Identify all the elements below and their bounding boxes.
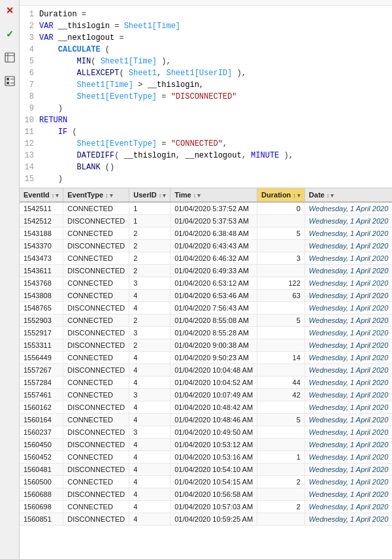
- table-row[interactable]: 1560851DISCONNECTED401/04/2020 10:59:25 …: [20, 513, 392, 526]
- cell-date: Wednesday, 1 April 2020: [304, 314, 392, 327]
- data-table-container[interactable]: EventId↕▾EventType↕▾UserID↕▾Time↕▾Durati…: [20, 188, 392, 559]
- cell-eventid: 1552917: [20, 327, 63, 339]
- sort-icon[interactable]: ↕: [193, 192, 197, 199]
- cell-time: 01/04/2020 10:57:03 AM: [171, 501, 257, 513]
- column-header-eventType[interactable]: EventType↕▾: [63, 188, 129, 202]
- cell-date: Wednesday, 1 April 2020: [304, 327, 392, 339]
- cell-userid: 4: [129, 352, 171, 364]
- sort-icon[interactable]: ↕: [105, 192, 108, 199]
- filter-icon[interactable]: ▾: [110, 192, 113, 199]
- column-header-eventId[interactable]: EventId↕▾: [20, 188, 63, 202]
- table-row[interactable]: 1560450DISCONNECTED401/04/2020 10:53:12 …: [20, 439, 392, 451]
- code-line: 13 DATEDIFF( __thislogin, __nextlogout, …: [20, 150, 392, 161]
- col-token: Sheet1[Time]: [124, 22, 180, 31]
- sort-icon[interactable]: ↕: [159, 192, 162, 199]
- table-row[interactable]: 1560164CONNECTED401/04/2020 10:48:46 AM5…: [20, 414, 392, 426]
- cell-date: Wednesday, 1 April 2020: [304, 364, 392, 377]
- cell-duration: [257, 513, 305, 526]
- cell-duration: 122: [257, 277, 305, 290]
- filter-icon[interactable]: ▾: [197, 192, 201, 199]
- filter-icon[interactable]: ▾: [331, 192, 334, 199]
- table-row[interactable]: 1543808CONNECTED401/04/2020 6:53:46 AM63…: [20, 290, 392, 302]
- table-row[interactable]: 1560162DISCONNECTED401/04/2020 10:48:42 …: [20, 401, 392, 414]
- line-content: Sheet1[Time] > __thislogin,: [39, 79, 392, 91]
- cell-duration: 42: [257, 389, 305, 401]
- table-icon[interactable]: [3, 51, 16, 64]
- table-row[interactable]: 1552917DISCONNECTED301/04/2020 8:55:28 A…: [20, 327, 392, 339]
- cell-eventtype: DISCONNECTED: [63, 265, 129, 277]
- sort-icon[interactable]: ↕: [327, 192, 330, 199]
- code-editor[interactable]: 1Duration =2VAR __thislogin = Sheet1[Tim…: [20, 6, 392, 188]
- col-token: Sheet1: [129, 69, 157, 78]
- table-row[interactable]: 1543768CONNECTED301/04/2020 6:53:12 AM12…: [20, 277, 392, 290]
- table-row[interactable]: 1548765DISCONNECTED401/04/2020 7:56:43 A…: [20, 302, 392, 314]
- table-row[interactable]: 1560481DISCONNECTED401/04/2020 10:54:10 …: [20, 464, 392, 476]
- cell-eventtype: CONNECTED: [63, 501, 129, 513]
- table-row[interactable]: 1543611DISCONNECTED201/04/2020 6:49:33 A…: [20, 265, 392, 277]
- filter-icon[interactable]: ▾: [297, 192, 301, 199]
- column-header-userId[interactable]: UserID↕▾: [129, 188, 171, 202]
- column-header-date[interactable]: Date↕▾: [304, 188, 392, 202]
- table-row[interactable]: 1560500CONNECTED401/04/2020 10:54:15 AM2…: [20, 476, 392, 488]
- cell-time: 01/04/2020 5:37:52 AM: [171, 202, 257, 215]
- cell-eventid: 1553311: [20, 339, 63, 352]
- table-row[interactable]: 1552903CONNECTED201/04/2020 8:55:08 AM5W…: [20, 314, 392, 327]
- table-row[interactable]: 1560688DISCONNECTED401/04/2020 10:56:58 …: [20, 488, 392, 501]
- table-row[interactable]: 1542511CONNECTED101/04/2020 5:37:52 AM0W…: [20, 202, 392, 215]
- code-line: 2VAR __thislogin = Sheet1[Time]: [20, 20, 392, 32]
- table-row[interactable]: 1557284CONNECTED401/04/2020 10:04:52 AM4…: [20, 377, 392, 389]
- cell-eventid: 1560851: [20, 513, 63, 526]
- table-row[interactable]: 1543370DISCONNECTED201/04/2020 6:43:43 A…: [20, 240, 392, 252]
- cell-date: Wednesday, 1 April 2020: [304, 389, 392, 401]
- cell-eventtype: CONNECTED: [63, 476, 129, 488]
- punc-token: [39, 163, 77, 172]
- table-row[interactable]: 1556449CONNECTED401/04/2020 9:50:23 AM14…: [20, 352, 392, 364]
- cell-eventtype: DISCONNECTED: [63, 215, 129, 228]
- line-content: RETURN: [39, 114, 392, 126]
- table-row[interactable]: 1557267DISCONNECTED401/04/2020 10:04:48 …: [20, 364, 392, 377]
- cell-date: Wednesday, 1 April 2020: [304, 451, 392, 464]
- cell-eventid: 1560164: [20, 414, 63, 426]
- sort-icon[interactable]: ↕: [52, 192, 55, 199]
- cell-eventid: 1560162: [20, 401, 63, 414]
- cell-userid: 4: [129, 488, 171, 501]
- column-header-duration[interactable]: Duration↕▾: [257, 188, 305, 202]
- fn-token: DATEDIFF: [77, 151, 115, 160]
- filter-icon[interactable]: ▾: [163, 192, 166, 199]
- cell-userid: 4: [129, 451, 171, 464]
- cell-eventid: 1560481: [20, 464, 63, 476]
- punc-token: [39, 45, 58, 54]
- cell-date: Wednesday, 1 April 2020: [304, 339, 392, 352]
- cell-eventid: 1560237: [20, 426, 63, 439]
- cell-eventtype: DISCONNECTED: [63, 426, 129, 439]
- code-line: 15 ): [20, 173, 392, 185]
- cell-userid: 4: [129, 439, 171, 451]
- cell-duration: 63: [257, 290, 305, 302]
- table-row[interactable]: 1557461CONNECTED301/04/2020 10:07:49 AM4…: [20, 389, 392, 401]
- code-line: 4 CALCULATE (: [20, 44, 392, 56]
- cell-eventtype: CONNECTED: [63, 377, 129, 389]
- column-label: EventType↕▾: [67, 191, 112, 199]
- column-header-time[interactable]: Time↕▾: [171, 188, 257, 202]
- str-token: "CONNECTED": [171, 139, 223, 148]
- cell-duration: 5: [257, 314, 305, 327]
- table-row[interactable]: 1560698CONNECTED401/04/2020 10:57:03 AM2…: [20, 501, 392, 513]
- cancel-button[interactable]: ✕: [3, 4, 16, 17]
- table-row[interactable]: 1543473CONNECTED201/04/2020 6:46:32 AM3W…: [20, 252, 392, 265]
- table-row[interactable]: 1560237DISCONNECTED301/04/2020 10:49:50 …: [20, 426, 392, 439]
- cell-duration: [257, 401, 305, 414]
- punc-token: [39, 57, 77, 66]
- formula-icon[interactable]: [3, 75, 16, 88]
- cell-time: 01/04/2020 10:59:25 AM: [171, 513, 257, 526]
- cell-time: 01/04/2020 9:00:38 AM: [171, 339, 257, 352]
- table-row[interactable]: 1543188CONNECTED201/04/2020 6:38:48 AM5W…: [20, 228, 392, 240]
- filter-icon[interactable]: ▾: [56, 192, 59, 199]
- kw-token: IF: [58, 127, 73, 137]
- table-row[interactable]: 1553311DISCONNECTED201/04/2020 9:00:38 A…: [20, 339, 392, 352]
- confirm-button[interactable]: ✓: [3, 27, 16, 41]
- punc-token: >: [133, 80, 148, 90]
- cell-userid: 4: [129, 513, 171, 526]
- sort-icon[interactable]: ↕: [293, 192, 296, 199]
- table-row[interactable]: 1542512DISCONNECTED101/04/2020 5:37:53 A…: [20, 215, 392, 228]
- table-row[interactable]: 1560452CONNECTED401/04/2020 10:53:16 AM1…: [20, 451, 392, 464]
